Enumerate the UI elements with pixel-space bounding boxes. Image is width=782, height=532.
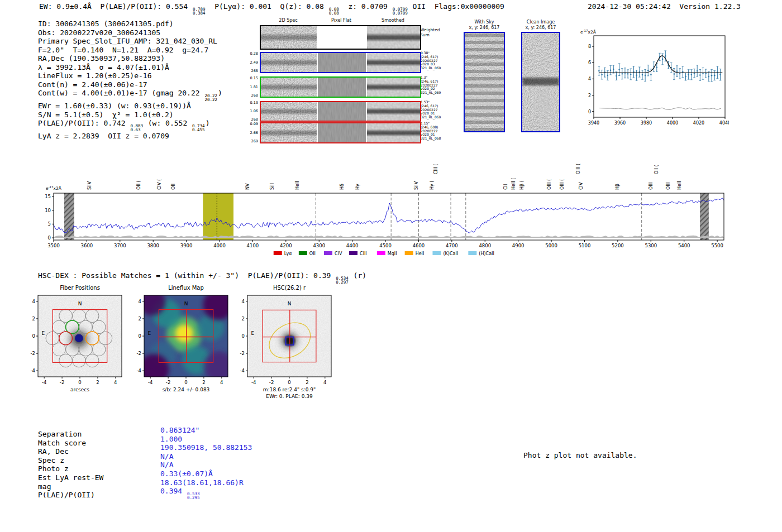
match-table-value: 1.000 [160,435,182,444]
match-table-row: Spec zN/A [38,456,252,465]
svg-text:4400: 4400 [346,243,359,248]
svg-text:-2: -2 [60,380,64,385]
svg-text:3940: 3940 [588,121,599,126]
full-spectrum-plot: 3500360037003800390040004100420043004400… [45,146,732,265]
match-table-label: Spec z [38,456,160,465]
info-line: S/N = 5.1(±0.5) χ² = 1.0(±0.2) [38,111,222,119]
highlight-fiber [75,334,83,343]
info-line: λ = 3992.13Å σ = 4.07(±1.01)Å [38,63,222,72]
pixelflat-image [318,53,366,72]
svg-text:e-17x2Å: e-17x2Å [46,185,62,191]
emission-line-label: SiIV [87,181,92,190]
spec2d-image [261,102,317,121]
match-table-value: N/A [160,461,173,469]
match-table-value: 190.350918, 50.882153 [160,443,252,452]
svg-text:2: 2 [242,316,245,322]
spec2d-row-weights: 0.131.06268 [242,101,258,122]
elixer-report-page: EW: 0.9±0.4Å P(LAE)/P(OII): 0.554 0.7890… [0,0,782,532]
clean-noise-image [522,33,559,131]
legend-swatch [405,251,413,255]
legend-label: (K)CaII [443,251,458,256]
flux-blob [139,289,165,315]
legend-swatch [377,251,385,255]
svg-text:4500: 4500 [379,243,392,248]
spec2d-row [260,76,421,98]
match-table-label: Photo z [38,464,160,473]
emission-line-label: Hβ [615,184,620,190]
emission-line-label: SiIV [414,181,419,190]
svg-text:5300: 5300 [645,243,657,248]
emission-line-label: OII [171,184,176,190]
legend-swatch [349,251,357,255]
emission-line-label: OIII [666,183,671,190]
svg-text:4: 4 [588,76,591,82]
lineflux-map-plot: Lineflux Map s/b: 2.24 +/- 0.083 -4-4-2-… [128,281,240,401]
svg-text:4: 4 [114,380,117,385]
summary-header: EW: 0.9±0.4Å P(LAE)/P(OII): 0.554 0.7890… [39,2,504,15]
svg-text:-4: -4 [251,380,256,385]
svg-text:4: 4 [139,299,141,304]
caption-lineflux-sb: s/b: 2.24 +/- 0.083 [163,387,210,392]
match-table-label: mag [38,482,160,491]
spec2d-image [261,78,317,97]
legend-label: CIV [335,251,342,256]
svg-text:2: 2 [96,380,99,385]
svg-text:3980: 3980 [641,121,652,126]
match-table-value: 18.63(18.61,18.66)R [160,478,244,487]
info-line: ID: 3006241305 (3006241305.pdf) [38,20,222,28]
svg-text:4: 4 [323,380,326,385]
emission-line-label: NV [245,183,250,190]
stacked-limits: 0.080.08 [329,7,339,15]
svg-text:4: 4 [32,299,35,304]
svg-text:-4: -4 [31,368,35,373]
svg-text:-2: -2 [137,351,141,356]
match-table-value: 0.863124" [160,426,199,435]
emission-line-label: CII [503,184,508,190]
match-table-label: RA, Dec [38,447,160,456]
svg-text:5000: 5000 [545,243,557,248]
emission-line-label: OIII ( [547,179,552,190]
east-label: E [147,330,151,336]
info-line: P(LAE)/P(OII): 0.742 0.8830.63 (w: 0.552… [38,119,222,132]
stacked-limits: 0.7890.384 [193,7,206,15]
catalog-match-table: Separation0.863124"Match score1.000RA, D… [38,430,252,504]
info-line: F=2.0" T=0.140 N=1.21 A=0.92 g=24.7 [38,46,222,55]
info-line: LineFlux = 1.20(±0.25)e-16 [38,71,222,80]
caption-hsc-mag: m:18.6 re:2.4" s:0.9" [263,387,316,392]
clean-image-header: Clean Image x, y: 246, 617 [517,20,565,30]
emission-line-label: HeII [295,181,300,190]
match-table-label: Est LyA rest-EW [38,473,160,482]
stacked-limits: 0.7340.455 [192,124,205,132]
svg-text:4000: 4000 [667,121,678,126]
svg-text:2: 2 [139,316,141,322]
svg-text:5100: 5100 [579,243,591,248]
svg-text:5200: 5200 [612,243,624,248]
svg-text:-2: -2 [166,380,170,385]
info-line: Primary Spec_Slot_IFU_AMP: 321_042_030_R… [38,37,222,46]
photz-note: Phot z plot not available. [523,451,637,459]
spec2d-row-meta: 1.53"(246, 617)20200227v020_01321_RL_069 [421,100,445,119]
legend-swatch [274,251,282,255]
flux-blob [139,354,169,384]
with-sky-image [464,32,505,132]
svg-text:-4: -4 [148,380,152,385]
emission-line-label: HeII ( [511,178,516,190]
svg-text:3960: 3960 [614,121,626,126]
north-label: N [184,301,188,306]
svg-text:-2: -2 [269,380,274,385]
info-line: Cont(n) = 2.40(±0.06)e-17 [38,80,222,89]
svg-text:0: 0 [288,380,290,385]
svg-text:4040: 4040 [719,121,729,126]
svg-text:2: 2 [306,380,308,385]
spec2d-row [260,52,421,73]
emission-line-label: SiII [270,183,275,190]
svg-text:4300: 4300 [313,243,325,248]
emission-line-label: Hδ [340,184,345,190]
svg-text:3800: 3800 [147,243,159,248]
plot-title-lineflux: Lineflux Map [168,285,204,291]
spec2d-row [260,122,421,143]
match-table-row: Photo zN/A [38,464,252,473]
spec2d-row-weights: 0.092.66269 [242,122,258,143]
stacked-limits: 0.8830.63 [130,124,143,132]
match-table-value: 0.33(±0.07)Å [160,469,213,478]
